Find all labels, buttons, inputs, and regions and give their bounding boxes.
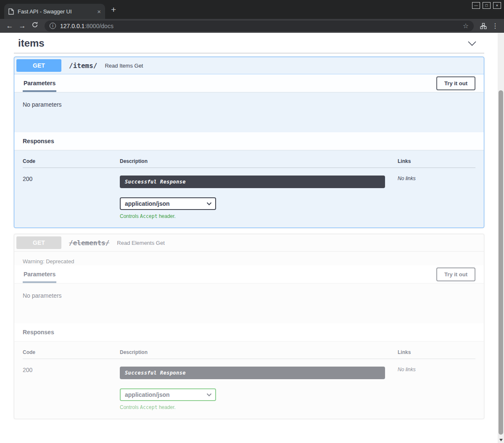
accept-note-suffix: header. <box>158 404 176 410</box>
media-type-select[interactable]: application/json <box>120 197 216 210</box>
minimize-button[interactable]: — <box>472 2 480 9</box>
accept-note-prefix: Controls <box>120 213 140 219</box>
tag-section-header[interactable]: items <box>14 34 484 53</box>
accept-note-code: Accept <box>140 213 158 219</box>
page-favicon-icon <box>8 8 14 15</box>
swagger-page: items GET /items/ Read Items Get Paramet… <box>0 33 498 443</box>
opblock-get-items: GET /items/ Read Items Get Parameters Tr… <box>14 57 484 228</box>
try-it-out-button[interactable]: Try it out <box>436 267 475 281</box>
bookmark-star-icon[interactable]: ☆ <box>463 22 469 30</box>
responses-title: Responses <box>23 329 54 336</box>
column-header-description: Description <box>120 158 398 168</box>
no-parameters-text: No parameters <box>23 101 475 108</box>
column-header-code: Code <box>23 349 120 359</box>
address-bar[interactable]: i 127.0.0.1:8000/docs ☆ <box>45 21 474 31</box>
opblock-get-elements-deprecated: GET /elements/ Read Elements Get Warning… <box>14 234 484 419</box>
responses-title: Responses <box>23 138 54 144</box>
response-links: No links <box>398 168 475 219</box>
scrollbar-down-arrow-icon[interactable] <box>499 439 503 441</box>
browser-menu-icon[interactable]: ⋮ <box>490 22 501 30</box>
url-path: :8000/docs <box>84 23 113 29</box>
opblock-summary[interactable]: GET /elements/ Read Elements Get <box>14 234 484 252</box>
parameters-tab: Parameters <box>23 265 56 283</box>
response-code: 200 <box>23 168 120 219</box>
response-description-cell: Successful Response application/json <box>120 168 398 219</box>
parameters-header: Parameters Try it out <box>14 74 484 92</box>
http-method-badge: GET <box>16 59 61 72</box>
responses-header: Responses <box>14 323 484 341</box>
column-header-code: Code <box>23 158 120 168</box>
tab-title: Fast API - Swagger UI <box>18 8 93 15</box>
accept-note-suffix: header. <box>158 213 176 219</box>
try-it-out-button[interactable]: Try it out <box>436 76 475 90</box>
parameters-tab: Parameters <box>23 74 56 92</box>
parameters-header: Parameters Try it out <box>14 265 484 283</box>
tag-section-title: items <box>18 37 45 49</box>
extension-icon[interactable] <box>477 23 490 29</box>
vertical-scrollbar[interactable] <box>498 33 504 443</box>
accept-note-code: Accept <box>140 404 158 410</box>
media-type-select[interactable]: application/json <box>120 388 216 401</box>
scrollbar-thumb[interactable] <box>499 90 503 435</box>
new-tab-button[interactable]: + <box>111 5 116 15</box>
forward-icon[interactable]: → <box>16 22 29 30</box>
deprecated-warning: Warning: Deprecated <box>14 252 484 265</box>
window-controls: — □ × <box>472 2 501 9</box>
responses-table: Code Description Links 200 Successful Re… <box>14 150 484 228</box>
response-description: Successful Response <box>120 176 385 188</box>
response-description: Successful Response <box>120 367 385 379</box>
responses-header: Responses <box>14 132 484 150</box>
endpoint-path: /elements/ <box>66 239 109 247</box>
column-header-links: Links <box>398 158 475 168</box>
parameters-body: No parameters <box>14 283 484 323</box>
no-parameters-text: No parameters <box>23 292 475 299</box>
url-text: 127.0.0.1:8000/docs <box>60 23 113 29</box>
opblock-summary[interactable]: GET /items/ Read Items Get <box>14 57 484 74</box>
maximize-button[interactable]: □ <box>483 2 491 9</box>
column-header-links: Links <box>398 349 475 359</box>
chevron-down-icon[interactable] <box>467 41 477 46</box>
responses-table: Code Description Links 200 Successful Re… <box>14 341 484 419</box>
parameters-body: No parameters <box>14 92 484 132</box>
site-info-icon[interactable]: i <box>50 23 56 29</box>
endpoint-path: /items/ <box>66 62 97 70</box>
back-icon[interactable]: ← <box>3 22 16 30</box>
endpoint-summary: Read Items Get <box>101 63 143 69</box>
accept-header-note: Controls Accept header. <box>120 404 398 410</box>
column-header-description: Description <box>120 349 398 359</box>
accept-header-note: Controls Accept header. <box>120 213 398 219</box>
tab-close-icon[interactable]: × <box>97 8 101 15</box>
response-description-cell: Successful Response application/json <box>120 359 398 410</box>
response-links: No links <box>398 359 475 410</box>
endpoint-summary: Read Elements Get <box>113 240 164 246</box>
close-button[interactable]: × <box>493 2 501 9</box>
browser-toolbar: ← → i 127.0.0.1:8000/docs ☆ ⋮ <box>0 19 504 33</box>
response-code: 200 <box>23 359 120 410</box>
http-method-badge: GET <box>16 236 61 249</box>
window-titlebar: Fast API - Swagger UI × + — □ × <box>0 0 504 19</box>
url-host: 127.0.0.1 <box>60 23 84 29</box>
accept-note-prefix: Controls <box>120 404 140 410</box>
reload-icon[interactable] <box>29 21 41 30</box>
browser-tab[interactable]: Fast API - Swagger UI × <box>4 4 105 19</box>
